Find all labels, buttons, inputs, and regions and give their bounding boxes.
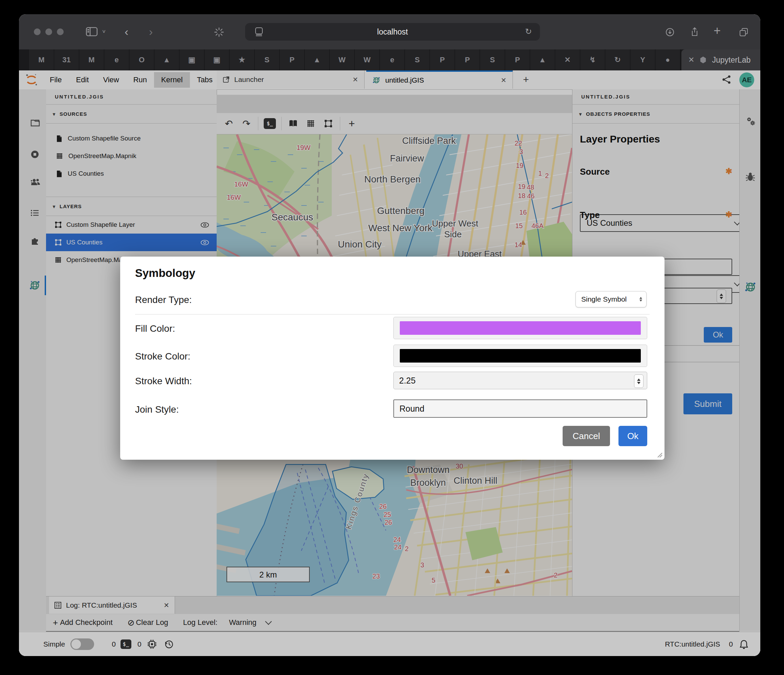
back-button[interactable]: ‹ bbox=[124, 25, 128, 38]
active-browser-tab[interactable]: ✕ JupyterLab bbox=[681, 50, 760, 70]
ok-label: Ok bbox=[627, 431, 638, 442]
stroke-color-label: Stroke Color: bbox=[135, 351, 190, 362]
cancel-button[interactable]: Cancel bbox=[563, 426, 610, 446]
pinned-tab-favicon[interactable]: S bbox=[405, 50, 430, 70]
jupyter-hexagon-icon bbox=[700, 56, 706, 64]
pinned-tab-favicon[interactable]: P bbox=[280, 50, 305, 70]
render-type-value: Single Symbol bbox=[581, 295, 627, 303]
stroke-color-input[interactable] bbox=[394, 345, 647, 367]
select-stepper-icon bbox=[639, 297, 642, 302]
reload-icon[interactable]: ↻ bbox=[525, 27, 532, 36]
render-type-label: Render Type: bbox=[135, 294, 192, 305]
url-bar[interactable]: localhost ↻ bbox=[245, 23, 540, 40]
reader-icon[interactable] bbox=[255, 27, 263, 36]
loading-spinner-icon bbox=[214, 27, 224, 37]
pinned-tab-favicon[interactable]: ↻ bbox=[605, 50, 630, 70]
join-style-select[interactable]: Round bbox=[394, 400, 647, 418]
pinned-tab-favicon[interactable]: P bbox=[505, 50, 530, 70]
pinned-tab-favicon[interactable]: ▲ bbox=[305, 50, 330, 70]
sidebar-toggle-icon[interactable] bbox=[86, 27, 98, 36]
downloads-icon[interactable] bbox=[666, 28, 674, 37]
pinned-tab-favicon[interactable]: M bbox=[79, 50, 104, 70]
pinned-tab-favicon[interactable]: ✕ bbox=[555, 50, 580, 70]
screenshot-root: ˅ ‹ › localhost ↻ + M31MeO▲▣▣★SP▲WWeSPPS… bbox=[0, 0, 784, 675]
url-text: localhost bbox=[377, 27, 408, 37]
pinned-tab-favicon[interactable]: M bbox=[29, 50, 54, 70]
traffic-light-close[interactable] bbox=[34, 28, 40, 35]
pinned-tabs: M31MeO▲▣▣★SP▲WWeSPPSP▲✕↯↻Y● bbox=[29, 50, 680, 70]
close-tab-icon[interactable]: ✕ bbox=[688, 56, 694, 64]
tab-overview-icon[interactable] bbox=[739, 28, 748, 37]
dialog-ok-button[interactable]: Ok bbox=[619, 426, 647, 446]
traffic-light-minimize[interactable] bbox=[45, 28, 52, 35]
resize-handle[interactable] bbox=[656, 452, 663, 458]
join-style-label: Join Style: bbox=[135, 404, 179, 415]
sidebar-chevron-icon[interactable]: ˅ bbox=[102, 28, 106, 35]
pinned-tab-favicon[interactable]: ★ bbox=[230, 50, 255, 70]
share-icon[interactable] bbox=[691, 27, 699, 37]
pinned-tab-favicon[interactable]: ▲ bbox=[530, 50, 555, 70]
pinned-tab-favicon[interactable]: ▣ bbox=[179, 50, 204, 70]
pinned-tab-favicon[interactable]: ● bbox=[655, 50, 680, 70]
browser-toolbar: ˅ ‹ › localhost ↻ + bbox=[19, 14, 760, 50]
pinned-tab-favicon[interactable]: 31 bbox=[54, 50, 79, 70]
dialog-title: Symbology bbox=[135, 267, 195, 280]
pinned-tab-favicon[interactable]: S bbox=[255, 50, 280, 70]
stroke-width-label: Stroke Width: bbox=[135, 376, 192, 387]
browser-tab-bar: M31MeO▲▣▣★SP▲WWeSPPSP▲✕↯↻Y● ✕ JupyterLab bbox=[19, 50, 760, 70]
symbology-dialog: Symbology Render Type: Single Symbol Fil… bbox=[120, 257, 664, 460]
pinned-tab-favicon[interactable]: ▣ bbox=[204, 50, 230, 70]
pinned-tab-favicon[interactable]: W bbox=[355, 50, 380, 70]
pinned-tab-favicon[interactable]: O bbox=[129, 50, 154, 70]
fill-color-label: Fill Color: bbox=[135, 323, 175, 334]
stepper-buttons[interactable] bbox=[634, 375, 644, 388]
stroke-width-input[interactable]: 2.25 bbox=[394, 372, 647, 389]
join-style-value: Round bbox=[400, 404, 425, 414]
pinned-tab-favicon[interactable]: e bbox=[380, 50, 405, 70]
render-type-select[interactable]: Single Symbol bbox=[576, 291, 647, 307]
stroke-width-value: 2.25 bbox=[399, 376, 416, 386]
pinned-tab-favicon[interactable]: W bbox=[330, 50, 355, 70]
traffic-light-zoom[interactable] bbox=[57, 28, 64, 35]
new-tab-icon[interactable]: + bbox=[714, 24, 721, 38]
pinned-tab-favicon[interactable]: ▲ bbox=[154, 50, 179, 70]
browser-window: ˅ ‹ › localhost ↻ + M31MeO▲▣▣★SP▲WWeSPPS… bbox=[19, 14, 760, 656]
fill-color-input[interactable] bbox=[394, 317, 647, 339]
pinned-tab-favicon[interactable]: S bbox=[480, 50, 505, 70]
fill-color-swatch[interactable] bbox=[400, 321, 641, 335]
stroke-color-swatch[interactable] bbox=[400, 349, 641, 362]
pinned-tab-favicon[interactable]: P bbox=[430, 50, 455, 70]
dialog-divider bbox=[135, 314, 650, 314]
browser-tab-label: JupyterLab bbox=[712, 56, 750, 65]
cancel-label: Cancel bbox=[573, 431, 600, 442]
pinned-tab-favicon[interactable]: e bbox=[104, 50, 129, 70]
pinned-tab-favicon[interactable]: ↯ bbox=[580, 50, 605, 70]
forward-button[interactable]: › bbox=[149, 25, 152, 38]
pinned-tab-favicon[interactable]: Y bbox=[630, 50, 655, 70]
pinned-tab-favicon[interactable]: P bbox=[455, 50, 480, 70]
